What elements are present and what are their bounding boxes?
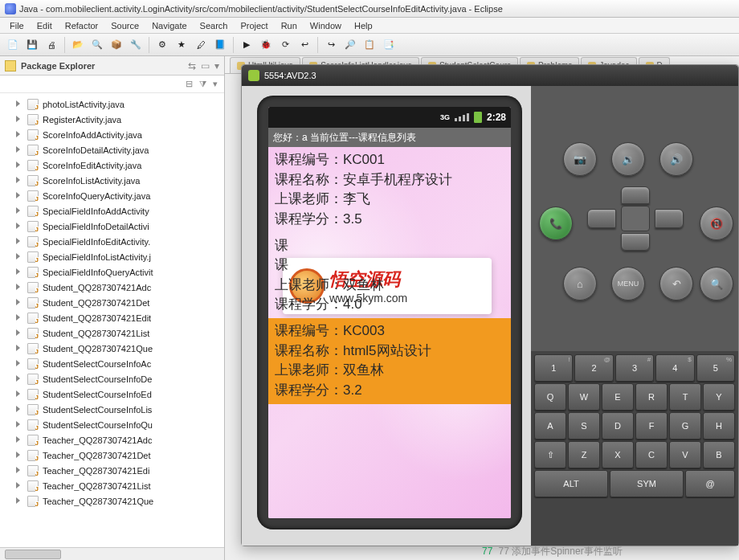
call-button[interactable]: 📞 xyxy=(539,206,573,240)
expand-icon[interactable] xyxy=(16,421,20,427)
toolbar-button-16[interactable]: 🔎 xyxy=(342,37,358,53)
emulator-titlebar[interactable]: 5554:AVD2.3 xyxy=(242,65,738,86)
expand-icon[interactable] xyxy=(16,299,20,305)
key-Z[interactable]: Z xyxy=(568,441,600,468)
dpad-up[interactable] xyxy=(621,186,650,204)
link-with-editor-icon[interactable]: ⇆ xyxy=(188,60,196,72)
expand-icon[interactable] xyxy=(16,467,20,473)
expand-icon[interactable] xyxy=(16,375,20,382)
dpad-center[interactable] xyxy=(621,206,650,231)
dpad-down[interactable] xyxy=(621,233,650,251)
toolbar-button-18[interactable]: 📑 xyxy=(381,37,397,53)
volume-down-button[interactable]: 🔉 xyxy=(611,142,645,176)
minimize-view-icon[interactable]: ▭ xyxy=(201,60,210,72)
volume-up-button[interactable]: 🔊 xyxy=(659,142,693,176)
key-4[interactable]: $4 xyxy=(655,354,694,382)
tree-item[interactable]: Teacher_QQ287307421Adc xyxy=(0,432,224,448)
key-@[interactable]: @ xyxy=(685,470,735,497)
menu-run[interactable]: Run xyxy=(275,19,304,32)
toolbar-button-6[interactable]: 🔧 xyxy=(128,37,144,53)
key-H[interactable]: H xyxy=(703,412,735,439)
tree-item[interactable]: ScoreInfoListActivity.java xyxy=(0,173,224,188)
key-SYM[interactable]: SYM xyxy=(610,470,684,497)
expand-icon[interactable] xyxy=(16,207,20,214)
toolbar-button-2[interactable]: 🖨 xyxy=(43,37,59,53)
horizontal-scrollbar[interactable] xyxy=(0,547,224,560)
android-emulator-window[interactable]: 5554:AVD2.3 3G 2:28 您好：a 当前位置---课程信息列表 xyxy=(241,64,739,546)
tree-item[interactable]: Teacher_QQ287307421Que xyxy=(0,493,224,509)
tree-item[interactable]: StudentSelectCourseInfoDe xyxy=(0,371,224,386)
tree-item[interactable]: SpecialFieldInfoListActivity.j xyxy=(0,249,224,264)
course-item[interactable]: 课课上课老师：双鱼林课程学分：4.0 xyxy=(268,233,511,319)
toolbar-button-4[interactable]: 🔍 xyxy=(89,37,105,53)
key-G[interactable]: G xyxy=(669,412,701,439)
expand-icon[interactable] xyxy=(16,116,20,122)
expand-icon[interactable] xyxy=(16,452,20,458)
course-item[interactable]: 课程编号：KC001课程名称：安卓手机程序设计上课老师：李飞课程学分：3.5 xyxy=(268,147,511,233)
expand-icon[interactable] xyxy=(16,146,20,153)
filter-icon[interactable]: ⧩ xyxy=(199,79,206,89)
toolbar-button-5[interactable]: 📦 xyxy=(108,37,125,53)
menu-navigate[interactable]: Navigate xyxy=(145,19,193,32)
key-ALT[interactable]: ALT xyxy=(534,470,608,497)
course-list[interactable]: 悟空源码 www.5kym.com 课程编号：KC001课程名称：安卓手机程序设… xyxy=(268,147,511,518)
tree-item[interactable]: Student_QQ287307421List xyxy=(0,325,224,341)
expand-icon[interactable] xyxy=(16,497,20,504)
expand-icon[interactable] xyxy=(16,360,20,366)
tree-item[interactable]: ScoreInfoAddActivity.java xyxy=(0,127,224,142)
search-button[interactable]: 🔍 xyxy=(700,267,733,300)
key-1[interactable]: !1 xyxy=(534,354,573,382)
tree-item[interactable]: SpecialFieldInfoDetailActivi xyxy=(0,219,224,234)
expand-icon[interactable] xyxy=(16,131,20,137)
key-D[interactable]: D xyxy=(602,412,634,439)
menu-edit[interactable]: Edit xyxy=(31,19,59,32)
key-T[interactable]: T xyxy=(669,383,701,411)
tree-item[interactable]: SpecialFieldInfoEditActivity. xyxy=(0,234,224,249)
key-V[interactable]: V xyxy=(669,441,701,468)
home-button[interactable]: ⌂ xyxy=(563,267,597,300)
tree-item[interactable]: StudentSelectCourseInfoAc xyxy=(0,356,224,371)
toolbar-button-8[interactable]: ★ xyxy=(174,37,190,53)
collapse-all-icon[interactable]: ⊟ xyxy=(186,79,193,89)
menu-source[interactable]: Source xyxy=(104,19,145,32)
expand-icon[interactable] xyxy=(16,238,20,244)
menu-project[interactable]: Project xyxy=(234,19,274,32)
tree-item[interactable]: photoListActivity.java xyxy=(0,96,224,112)
expand-icon[interactable] xyxy=(16,100,20,107)
expand-icon[interactable] xyxy=(16,482,20,488)
key-X[interactable]: X xyxy=(602,441,634,468)
hardware-keyboard[interactable]: !1@2#3$4%5QWERTYASDFGH⇧ZXCVBALTSYM@ xyxy=(531,351,738,546)
toolbar-button-15[interactable]: ↪ xyxy=(323,37,339,53)
key-2[interactable]: @2 xyxy=(574,354,613,382)
key-5[interactable]: %5 xyxy=(696,354,735,382)
toolbar-button-7[interactable]: ⚙ xyxy=(154,37,170,53)
tree-item[interactable]: ScoreInfoEditActivity.java xyxy=(0,157,224,173)
file-tree[interactable]: photoListActivity.javaRegisterActivity.j… xyxy=(0,93,224,547)
tree-item[interactable]: SpecialFieldInfoQueryActivit xyxy=(0,264,224,280)
toolbar-button-10[interactable]: 📘 xyxy=(212,37,228,53)
toolbar-button-11[interactable]: ▶ xyxy=(239,37,255,53)
course-item[interactable]: 课程编号：KC003课程名称：html5网站设计上课老师：双鱼林课程学分：3.2 xyxy=(268,318,511,404)
toolbar-button-0[interactable]: 📄 xyxy=(5,37,21,53)
toolbar-button-9[interactable]: 🖊 xyxy=(193,37,209,53)
expand-icon[interactable] xyxy=(16,314,20,321)
key-B[interactable]: B xyxy=(703,441,735,468)
key-E[interactable]: E xyxy=(602,383,634,411)
tree-item[interactable]: SpecialFieldInfoAddActivity xyxy=(0,203,224,219)
dpad-right[interactable] xyxy=(655,209,684,228)
tree-item[interactable]: StudentSelectCourseInfoQu xyxy=(0,417,224,432)
tree-item[interactable]: StudentSelectCourseInfoEd xyxy=(0,386,224,402)
expand-icon[interactable] xyxy=(16,284,20,290)
tree-item[interactable]: Student_QQ287307421Adc xyxy=(0,280,224,295)
expand-icon[interactable] xyxy=(16,390,20,397)
tree-item[interactable]: ScoreInfoDetailActivity.java xyxy=(0,142,224,157)
toolbar-button-17[interactable]: 📋 xyxy=(361,37,378,53)
dpad[interactable] xyxy=(587,186,684,251)
expand-icon[interactable] xyxy=(16,268,20,275)
key-A[interactable]: A xyxy=(534,412,566,439)
tree-item[interactable]: Teacher_QQ287307421Det xyxy=(0,448,224,463)
key-W[interactable]: W xyxy=(568,383,600,411)
view-menu-icon[interactable]: ▾ xyxy=(214,60,219,72)
end-call-button[interactable]: 📵 xyxy=(700,206,733,240)
tree-item[interactable]: Teacher_QQ287307421Edi xyxy=(0,463,224,478)
